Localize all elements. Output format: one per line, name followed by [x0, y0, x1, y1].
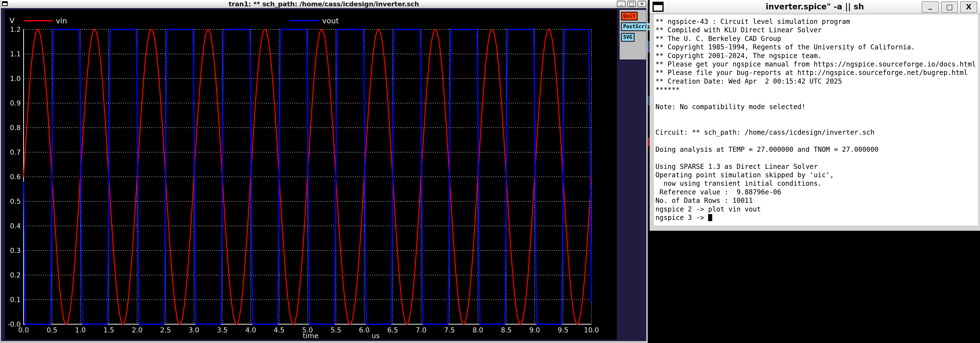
- terminal-line: [655, 137, 978, 145]
- terminal-line: [655, 154, 978, 162]
- terminal-line: ** Copyright 2001-2024, The ngspice team…: [655, 51, 978, 60]
- y-tick-label: 1.0: [10, 75, 21, 83]
- y-tick-label: 0.7: [10, 148, 21, 156]
- quit-button[interactable]: Quit: [621, 12, 638, 21]
- terminal-line: ** ngspice-43 : Circuit level simulation…: [655, 18, 978, 26]
- terminal-maximize-button[interactable]: □: [941, 2, 958, 13]
- y-tick-label: 0.4: [10, 222, 21, 230]
- terminal-line: Note: No compatibility mode selected!: [655, 103, 978, 111]
- x-tick-label: 9.5: [558, 326, 568, 334]
- x-tick-label: 0.0: [18, 326, 29, 334]
- terminal-titlebar[interactable]: inverter.spice" -a || sh _ □ X: [650, 0, 980, 14]
- terminal-line: now using transient initial conditions.: [655, 179, 978, 188]
- plot-maximize-button[interactable]: □: [627, 1, 636, 7]
- terminal-line: No. of Data Rows : 10011: [655, 196, 978, 205]
- plot-window-title: tran1: ** sch_path: /home/cass/icdesign/…: [0, 0, 648, 8]
- plot-tool-panel: Quit PostScript SVG: [619, 9, 647, 60]
- terminal-close-button[interactable]: X: [960, 2, 977, 13]
- plot-close-button[interactable]: ✕: [638, 1, 646, 7]
- y-tick-label: 0.5: [10, 198, 21, 206]
- x-tick-label: 9.0: [529, 326, 540, 334]
- terminal-line: ** Please file your bug-reports at http:…: [655, 69, 978, 77]
- y-tick-label: 0.9: [10, 99, 21, 107]
- plot-window-frame: [0, 0, 1, 343]
- x-tick-label: 2.5: [160, 326, 171, 334]
- x-tick-label: 5.0: [302, 326, 313, 334]
- x-tick-label: 6.5: [387, 326, 398, 334]
- x-tick-label: 7.5: [444, 326, 455, 334]
- plot-window-frame: [646, 8, 648, 343]
- x-tick-label: 5.5: [331, 326, 341, 334]
- terminal-cursor: [708, 214, 712, 221]
- terminal-line: ** The U. C. Berkeley CAD Group: [655, 34, 978, 43]
- terminal-line: Reference value : 9.88796e-06: [655, 188, 978, 196]
- x-tick-label: 1.5: [103, 326, 114, 334]
- x-tick-label: 6.0: [359, 326, 370, 334]
- terminal-line: ******: [655, 86, 978, 94]
- y-tick-label: 0.6: [10, 173, 21, 181]
- terminal-line: ** Creation Date: Wed Apr 2 00:15:42 UTC…: [655, 77, 978, 86]
- x-tick-label: 3.0: [189, 326, 199, 334]
- terminal-line: ** Please get your ngspice manual from h…: [655, 60, 978, 69]
- background-window-fragment: [648, 138, 649, 147]
- y-tick-label: 0.2: [10, 271, 21, 279]
- terminal-line: [655, 111, 978, 120]
- terminal-line: Doing analysis at TEMP = 27.000000 and T…: [655, 145, 978, 154]
- plot-area: V vin vout time us -0.00.10.20.30.40.50.…: [5, 10, 617, 340]
- terminal-line: ngspice 3 ->: [655, 214, 978, 222]
- y-tick-label: 0.3: [10, 247, 21, 255]
- legend-label-vout: vout: [322, 16, 339, 25]
- x-tick-label: 8.5: [501, 326, 512, 334]
- maximize-icon: □: [629, 1, 634, 6]
- y-tick-label: 0.8: [10, 124, 21, 132]
- plot-window: tran1: ** sch_path: /home/cass/icdesign/…: [0, 0, 648, 343]
- plot-window-frame: [0, 341, 648, 343]
- terminal-minimize-button[interactable]: _: [922, 2, 939, 13]
- plot-minimize-button[interactable]: _: [617, 1, 625, 7]
- chart-canvas: V vin vout time us -0.00.10.20.30.40.50.…: [5, 10, 617, 340]
- terminal-line: [655, 120, 978, 128]
- terminal-line: ngspice 2 -> plot vin vout: [655, 205, 978, 214]
- x-tick-label: 4.5: [274, 326, 285, 334]
- y-tick-label: 1.2: [10, 26, 21, 34]
- x-tick-label: 8.0: [473, 326, 484, 334]
- svg-button[interactable]: SVG: [621, 33, 635, 41]
- legend-label-vin: vin: [56, 16, 67, 25]
- x-tick-label: 1.0: [75, 326, 86, 334]
- close-icon: X: [966, 3, 971, 11]
- x-tick-label: 0.5: [47, 326, 57, 334]
- terminal-line: Circuit: ** sch_path: /home/cass/icdesig…: [655, 128, 978, 137]
- x-tick-label: 10.0: [584, 326, 599, 334]
- terminal-window: inverter.spice" -a || sh _ □ X ** ngspic…: [650, 0, 980, 231]
- terminal-line: Using SPARSE 1.3 as Direct Linear Solver: [655, 162, 978, 171]
- close-icon: ✕: [640, 2, 644, 6]
- terminal-line: ** Compiled with KLU Direct Linear Solve…: [655, 26, 978, 34]
- plot-window-titlebar[interactable]: tran1: ** sch_path: /home/cass/icdesign/…: [0, 0, 648, 8]
- x-axis-unit-label: us: [372, 332, 380, 340]
- maximize-icon: □: [946, 3, 953, 11]
- y-tick-label: 0.1: [10, 296, 21, 304]
- vout-curve: [24, 29, 592, 324]
- x-tick-label: 7.0: [416, 326, 426, 334]
- y-tick-label: 1.1: [10, 50, 21, 58]
- terminal-content[interactable]: ** ngspice-43 : Circuit level simulation…: [654, 14, 978, 225]
- x-tick-label: 4.0: [245, 326, 256, 334]
- terminal-line: [655, 94, 978, 103]
- x-tick-label: 2.0: [132, 326, 143, 334]
- terminal-line: Operating point simulation skipped by 'u…: [655, 171, 978, 179]
- minimize-icon: _: [929, 2, 932, 9]
- x-tick-label: 3.5: [217, 326, 228, 334]
- minimize-icon: _: [620, 0, 622, 5]
- y-axis-unit-label: V: [10, 16, 14, 25]
- terminal-line: ** Copyright 1985-1994, Regents of the U…: [655, 43, 978, 51]
